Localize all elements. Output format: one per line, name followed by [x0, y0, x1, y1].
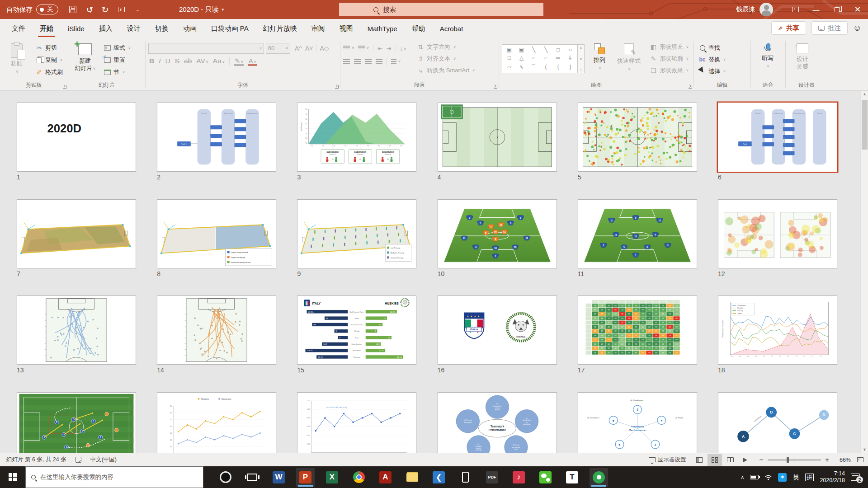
align-center-button[interactable] [354, 59, 361, 65]
paste-button[interactable]: 粘贴˅ [3, 41, 31, 80]
shape-glyph-icon[interactable]: ⇩ [568, 55, 572, 61]
tab-文件[interactable]: 文件 [5, 19, 33, 38]
title-caret-icon[interactable]: ▾ [222, 7, 224, 12]
minimize-button[interactable]: — [806, 0, 826, 19]
wifi-icon[interactable] [764, 474, 772, 480]
scrollbar-thumb[interactable] [862, 100, 868, 150]
quick-styles-button[interactable]: 快速样式˅ [614, 41, 643, 80]
slide-thumbnail-23[interactable]: $●▲■◆TeamworkPerformancea1: Coordination… [578, 392, 697, 453]
zoom-out-button[interactable]: − [759, 456, 763, 464]
clock[interactable]: 7:142020/2/18 [820, 470, 845, 484]
tab-设计[interactable]: 设计 [120, 19, 148, 38]
tab-动画[interactable]: 动画 [176, 19, 204, 38]
cut-button[interactable]: ✂剪切 [33, 42, 65, 53]
zoom-slider-handle[interactable] [787, 457, 789, 463]
slide-thumbnail-2[interactable]: SectionSubsectionSubsubsectionTask 1 [157, 103, 276, 172]
slide-thumbnail-19[interactable]: 23456789 [17, 392, 136, 453]
display-settings-button[interactable]: 显示器设置 [649, 456, 686, 464]
format-painter-button[interactable]: ✐格式刷 [33, 67, 65, 78]
drawing-launcher-icon[interactable] [689, 85, 692, 89]
tab-切换[interactable]: 切换 [148, 19, 176, 38]
powerpoint-icon[interactable]: P [296, 468, 315, 487]
slide-thumbnail-7[interactable] [17, 199, 136, 268]
shape-glyph-icon[interactable]: ( [545, 64, 547, 70]
excel-icon[interactable]: X [323, 468, 341, 487]
tab-幻灯片放映[interactable]: 幻灯片放映 [256, 19, 304, 38]
vertical-scrollbar[interactable]: ▲ ▼ [860, 91, 868, 453]
slideshow-view-button[interactable] [738, 454, 753, 466]
italic-button[interactable]: I [159, 57, 160, 65]
opera-browser-icon[interactable] [216, 468, 235, 487]
underline-button[interactable]: U [165, 57, 170, 65]
change-case-button[interactable]: Aa˅ [213, 57, 225, 65]
shape-glyph-icon[interactable]: ⇨ [556, 55, 560, 61]
ime-mode-indicator[interactable]: 拼 [805, 474, 814, 481]
pdf-reader-icon[interactable]: PDF [483, 468, 501, 487]
grow-font-button[interactable]: A^ [295, 45, 302, 52]
increase-indent-button[interactable]: ⇥ [387, 45, 392, 52]
shape-glyph-icon[interactable]: □ [508, 55, 511, 61]
tab-插入[interactable]: 插入 [92, 19, 120, 38]
section-button[interactable]: 节˅ [102, 67, 132, 78]
word-icon[interactable]: W [269, 468, 288, 487]
restore-button[interactable] [826, 0, 847, 19]
shape-glyph-icon[interactable]: ╲ [544, 47, 547, 53]
decrease-indent-button[interactable]: ⇤ [377, 45, 382, 52]
slide-thumbnail-6[interactable]: SectionSubsectionSubsubsectionResultTask [718, 103, 837, 172]
your-phone-icon[interactable] [456, 468, 475, 487]
shape-glyph-icon[interactable]: ⌒ [531, 63, 537, 71]
bold-button[interactable]: B [149, 57, 154, 65]
task-view-icon[interactable] [243, 468, 261, 487]
ribbon-display-options-icon[interactable] [785, 0, 806, 19]
taskbar-search-box[interactable]: 在这里输入你要搜索的内容 [25, 466, 203, 488]
slide-thumbnail-9[interactable]: Low PressingModerate PressingCounter Pre… [297, 199, 416, 268]
highlight-color-button[interactable]: ✎˅ [234, 57, 244, 65]
shrink-font-button[interactable]: A˅ [305, 45, 313, 52]
vscode-icon[interactable]: ❮ [429, 468, 448, 487]
slide-thumbnail-10[interactable]: 23561112416181710228149 [438, 199, 557, 268]
shape-glyph-icon[interactable]: ○ [569, 47, 572, 53]
tab-开始[interactable]: 开始 [33, 19, 61, 38]
font-size-select[interactable]: 60˅ [266, 43, 290, 54]
shapes-gallery-scroll[interactable]: ∧∨⌄ [578, 44, 585, 73]
dictate-button[interactable]: 听写˅ [754, 41, 782, 80]
kerning-button[interactable]: ab [184, 57, 192, 65]
design-ideas-button[interactable]: 设计灵感 [788, 41, 816, 80]
columns-button[interactable]: ˅ [391, 59, 401, 65]
char-spacing-button[interactable]: AV˅ [196, 57, 208, 65]
acrobat-icon[interactable]: A [376, 468, 395, 487]
bullets-button[interactable]: ˅ [343, 46, 354, 51]
shape-glyph-icon[interactable]: △ [519, 55, 524, 61]
avatar[interactable] [760, 3, 773, 16]
file-explorer-icon[interactable] [403, 468, 421, 487]
tab-审阅[interactable]: 审阅 [304, 19, 332, 38]
slide-thumbnail-18[interactable]: 0.20.40.60.81.01.21.41.61.82.02.22.4Coor… [718, 296, 837, 365]
justify-button[interactable] [376, 59, 382, 65]
slide-thumbnail-1[interactable]: 2020D [17, 103, 136, 172]
clear-format-button[interactable]: A◇ [320, 45, 329, 52]
replace-button[interactable]: bc替换˅ [697, 54, 727, 65]
fit-to-window-icon[interactable] [857, 457, 863, 462]
tab-Acrobat[interactable]: Acrobat [433, 19, 471, 38]
start-button[interactable] [0, 466, 25, 488]
clipboard-launcher-icon[interactable] [63, 85, 66, 89]
strikethrough-button[interactable]: S [175, 57, 179, 65]
line-spacing-button[interactable]: ↕˅ [400, 45, 406, 52]
tab-口袋动画 PA[interactable]: 口袋动画 PA [204, 19, 256, 38]
reading-view-button[interactable] [723, 454, 737, 466]
zoom-percentage[interactable]: 66% [835, 457, 851, 463]
action-center-icon[interactable]: 2 [851, 474, 860, 481]
shapes-gallery[interactable]: ▣▣╲╲□○□△⌐⌐⇨⇩▱∿⌒({} [502, 44, 578, 73]
tab-帮助[interactable]: 帮助 [405, 19, 433, 38]
slide-thumbnail-14[interactable] [157, 296, 276, 365]
tab-iSlide[interactable]: iSlide [61, 19, 92, 38]
slide-thumbnail-20[interactable]: HuskiesOpponent6560555045403530012345678… [157, 392, 276, 453]
align-right-button[interactable] [365, 59, 372, 65]
language-indicator[interactable]: 英 [793, 473, 799, 482]
slide-thumbnail-22[interactable]: a1:Coordinationamongplayersa2:Coordinati… [438, 392, 557, 453]
typora-icon[interactable]: T [563, 468, 581, 487]
spellcheck-icon[interactable] [75, 457, 81, 463]
arrange-button[interactable]: 排列˅ [587, 41, 612, 80]
align-left-button[interactable] [343, 59, 350, 65]
numbering-button[interactable]: ˅ [358, 46, 369, 51]
